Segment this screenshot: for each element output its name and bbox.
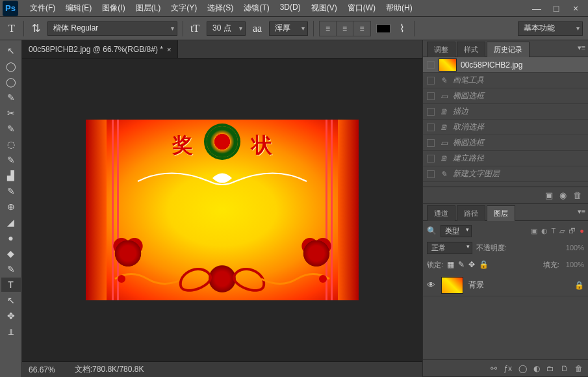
- delete-layer-icon[interactable]: 🗑: [575, 364, 583, 373]
- history-checkbox[interactable]: [427, 124, 435, 131]
- history-checkbox[interactable]: [427, 108, 435, 116]
- blend-mode-dropdown[interactable]: 正常: [427, 242, 472, 254]
- tool-button[interactable]: ✎: [1, 184, 21, 198]
- canvas-area[interactable]: 奖 状: [22, 58, 422, 361]
- warp-text-icon[interactable]: ⌇: [396, 22, 409, 35]
- align-center-button[interactable]: ≡: [337, 21, 353, 36]
- tool-button[interactable]: ◢: [1, 215, 21, 229]
- adjustment-layer-icon[interactable]: ◐: [533, 364, 540, 373]
- tool-button[interactable]: T: [1, 278, 21, 292]
- align-right-button[interactable]: ≡: [353, 21, 370, 36]
- maximize-button[interactable]: □: [546, 2, 566, 15]
- align-left-button[interactable]: ≡: [320, 21, 337, 36]
- menu-item[interactable]: 帮助(H): [381, 0, 418, 16]
- font-size-dropdown[interactable]: 30 点: [207, 21, 246, 36]
- panel-tab[interactable]: 调整: [427, 42, 455, 57]
- menu-item[interactable]: 编辑(E): [60, 0, 97, 16]
- tool-button[interactable]: ◯: [1, 75, 21, 89]
- history-item[interactable]: 00c58PICHB2.jpg: [423, 57, 588, 73]
- menu-item[interactable]: 选择(S): [202, 0, 238, 16]
- layer-row[interactable]: 👁背景🔒: [423, 274, 588, 296]
- filter-image-icon[interactable]: ▣: [531, 227, 537, 235]
- tool-button[interactable]: ▟: [1, 168, 21, 183]
- group-icon[interactable]: 🗀: [546, 364, 554, 373]
- tool-button[interactable]: ●: [1, 231, 21, 245]
- panel-tab[interactable]: 图层: [487, 205, 515, 221]
- lock-position-icon[interactable]: ✥: [468, 260, 475, 269]
- orientation-icon[interactable]: ⇅: [29, 22, 42, 35]
- history-item[interactable]: ✎新建文字图层: [423, 166, 588, 182]
- create-document-icon[interactable]: ▣: [545, 190, 553, 200]
- tool-button[interactable]: ✎: [1, 90, 21, 105]
- panel-tab[interactable]: 通道: [427, 205, 455, 221]
- filter-toggle-icon[interactable]: ●: [580, 227, 584, 235]
- tool-button[interactable]: ↖: [1, 293, 21, 307]
- history-item[interactable]: 🗎描边: [423, 104, 588, 120]
- snapshot-icon[interactable]: ◉: [559, 190, 567, 200]
- menu-item[interactable]: 3D(D): [275, 0, 306, 16]
- lock-all-icon[interactable]: 🔒: [479, 260, 489, 269]
- filter-smart-icon[interactable]: 🗗: [569, 227, 576, 235]
- history-checkbox[interactable]: [427, 170, 435, 178]
- layer-fx-icon[interactable]: ƒx: [504, 364, 512, 373]
- layer-mask-icon[interactable]: ◯: [518, 364, 527, 373]
- panel-tab[interactable]: 路径: [457, 205, 485, 221]
- menu-item[interactable]: 图像(I): [97, 0, 130, 16]
- delete-icon[interactable]: 🗑: [573, 190, 582, 200]
- new-layer-icon[interactable]: 🗋: [561, 364, 569, 373]
- lock-pixels-icon[interactable]: ▦: [447, 260, 454, 269]
- filter-type-icon[interactable]: T: [552, 227, 556, 235]
- tool-button[interactable]: ↖: [1, 44, 21, 58]
- menu-item[interactable]: 图层(L): [131, 0, 166, 16]
- link-layers-icon[interactable]: ⚯: [491, 364, 497, 373]
- history-checkbox[interactable]: [427, 92, 435, 100]
- history-checkbox[interactable]: [427, 155, 435, 162]
- tool-button[interactable]: ✎: [1, 262, 21, 276]
- zoom-level[interactable]: 66.67%: [29, 365, 55, 374]
- menu-item[interactable]: 文字(Y): [166, 0, 202, 16]
- menu-item[interactable]: 文件(F): [25, 0, 60, 16]
- tool-button[interactable]: ◆: [1, 246, 21, 261]
- tool-button[interactable]: ✂: [1, 106, 21, 120]
- history-item[interactable]: ▭椭圆选框: [423, 135, 588, 151]
- workspace-dropdown[interactable]: 基本功能: [518, 21, 583, 36]
- history-item[interactable]: 🗎取消选择: [423, 120, 588, 135]
- tool-button[interactable]: ⊕: [1, 200, 21, 214]
- panel-menu-icon[interactable]: ▾≡: [578, 44, 585, 52]
- opacity-value[interactable]: 100%: [566, 244, 584, 252]
- panel-tab[interactable]: 历史记录: [487, 42, 530, 57]
- tool-button[interactable]: ◯: [1, 59, 21, 73]
- close-button[interactable]: ×: [566, 2, 585, 15]
- history-item[interactable]: ▭椭圆选框: [423, 88, 588, 104]
- antialias-dropdown[interactable]: 浑厚: [269, 21, 308, 36]
- tool-button[interactable]: ✎: [1, 153, 21, 167]
- panel-menu-icon[interactable]: ▾≡: [578, 207, 585, 216]
- fill-value[interactable]: 100%: [566, 261, 584, 268]
- document-tab[interactable]: 00c58PICHB2.jpg @ 66.7%(RGB/8#) * ×: [22, 40, 178, 58]
- visibility-icon[interactable]: 👁: [427, 280, 436, 290]
- filter-adjust-icon[interactable]: ◐: [541, 227, 548, 235]
- lock-paint-icon[interactable]: ✎: [458, 260, 465, 269]
- layer-filter-dropdown[interactable]: 类型: [441, 225, 472, 237]
- history-item[interactable]: 🗎建立路径: [423, 151, 588, 166]
- history-item[interactable]: ✎画笔工具: [423, 73, 588, 88]
- font-family-dropdown[interactable]: 楷体 Regular: [47, 21, 177, 36]
- tool-button[interactable]: ✥: [1, 309, 21, 323]
- menu-item[interactable]: 视图(V): [306, 0, 342, 16]
- tool-button[interactable]: ◌: [1, 137, 21, 151]
- text-color-swatch[interactable]: [376, 24, 390, 33]
- panel-tab[interactable]: 样式: [457, 42, 485, 57]
- history-checkbox[interactable]: [427, 77, 435, 84]
- document-tab-close-icon[interactable]: ×: [167, 46, 171, 53]
- filter-shape-icon[interactable]: ▱: [559, 227, 565, 235]
- tool-button[interactable]: ⫫: [1, 324, 21, 339]
- menu-item[interactable]: 滤镜(T): [238, 0, 274, 16]
- tool-button[interactable]: ✎: [1, 122, 21, 136]
- lock-icon[interactable]: 🔒: [574, 281, 584, 290]
- right-panel-dock: 调整样式历史记录▾≡ 00c58PICHB2.jpg✎画笔工具▭椭圆选框🗎描边🗎…: [422, 40, 588, 377]
- history-checkbox[interactable]: [427, 61, 435, 69]
- minimize-button[interactable]: —: [527, 2, 546, 15]
- history-checkbox[interactable]: [427, 139, 435, 147]
- menu-item[interactable]: 窗口(W): [342, 0, 381, 16]
- tool-preset-icon[interactable]: T: [5, 22, 18, 35]
